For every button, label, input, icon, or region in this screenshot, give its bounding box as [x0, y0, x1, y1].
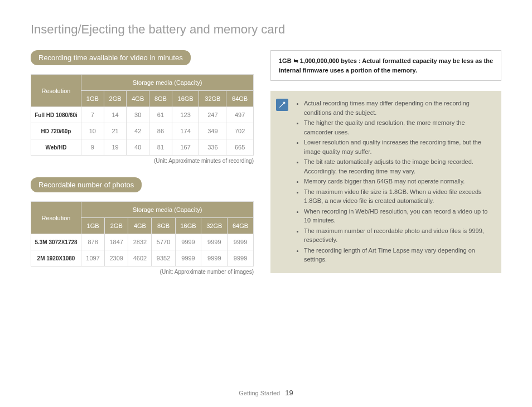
col-header: 64GB — [228, 218, 254, 234]
notes-list: Actual recording times may differ depend… — [294, 99, 494, 265]
note-item: The maximum number of recordable photo a… — [304, 226, 494, 245]
section1-heading: Recording time available for video in mi… — [31, 50, 191, 65]
row-label: 5.3M 3072X1728 — [31, 234, 81, 250]
right-column: 1GB ≒ 1,000,000,000 bytes : Actual forma… — [270, 50, 501, 288]
data-cell: 336 — [199, 139, 226, 156]
note-box: Actual recording times may differ depend… — [270, 91, 501, 273]
data-cell: 30 — [127, 107, 149, 123]
table-row: 5.3M 3072X172887818472832577099999999999… — [31, 234, 254, 250]
data-cell: 9 — [81, 139, 104, 156]
row-label: 2M 1920X1080 — [31, 250, 81, 267]
col-header: 16GB — [175, 218, 201, 234]
col-header: 1GB — [81, 91, 104, 107]
col-header: 8GB — [149, 91, 172, 107]
data-cell: 81 — [149, 139, 172, 156]
page-footer: Getting Started 19 — [0, 389, 532, 397]
th-capacity: Storage media (Capacity) — [81, 202, 254, 218]
data-cell: 9352 — [152, 250, 175, 267]
photo-count-table: Resolution Storage media (Capacity) 1GB2… — [31, 201, 254, 267]
col-header: 2GB — [105, 218, 128, 234]
table-row: HD 720/60p10214286174349702 — [31, 123, 254, 139]
note-item: The bit rate automatically adjusts to th… — [304, 157, 494, 176]
table-row: 2M 1920X10801097230946029352999999999999 — [31, 250, 254, 267]
info-box: 1GB ≒ 1,000,000,000 bytes : Actual forma… — [270, 50, 501, 81]
data-cell: 10 — [81, 123, 104, 139]
data-cell: 42 — [127, 123, 149, 139]
note-item: The recording length of Art Time Lapse m… — [304, 246, 494, 264]
data-cell: 86 — [149, 123, 172, 139]
col-header: 4GB — [128, 218, 152, 234]
data-cell: 9999 — [201, 250, 228, 267]
note-icon — [276, 99, 288, 111]
data-cell: 2309 — [105, 250, 128, 267]
data-cell: 19 — [104, 139, 127, 156]
data-cell: 40 — [127, 139, 149, 156]
data-cell: 167 — [172, 139, 199, 156]
data-cell: 349 — [199, 123, 226, 139]
note-item: The higher the quality and resolution, t… — [304, 118, 494, 137]
data-cell: 14 — [104, 107, 127, 123]
section1-unit: (Unit: Approximate minutes of recording) — [31, 158, 254, 164]
row-label: HD 720/60p — [31, 123, 81, 139]
page-number: 19 — [285, 389, 293, 397]
col-header: 32GB — [199, 91, 226, 107]
data-cell: 9999 — [175, 250, 201, 267]
page-title: Inserting/Ejecting the battery and memor… — [31, 22, 501, 37]
data-cell: 247 — [199, 107, 226, 123]
data-cell: 123 — [172, 107, 199, 123]
th-resolution: Resolution — [31, 202, 81, 234]
data-cell: 5770 — [152, 234, 175, 250]
col-header: 1GB — [81, 218, 105, 234]
content-area: Recording time available for video in mi… — [31, 50, 501, 288]
col-header: 4GB — [127, 91, 149, 107]
th-capacity: Storage media (Capacity) — [81, 75, 254, 91]
row-label: Web/HD — [31, 139, 81, 156]
data-cell: 9999 — [201, 234, 228, 250]
col-header: 2GB — [104, 91, 127, 107]
th-resolution: Resolution — [31, 75, 81, 107]
data-cell: 2832 — [128, 234, 152, 250]
footer-section: Getting Started — [239, 390, 280, 396]
row-label: Full HD 1080/60i — [31, 107, 81, 123]
table-row: Web/HD9194081167336665 — [31, 139, 254, 156]
data-cell: 1847 — [105, 234, 128, 250]
data-cell: 878 — [81, 234, 105, 250]
data-cell: 665 — [226, 139, 254, 156]
col-header: 32GB — [201, 218, 228, 234]
data-cell: 7 — [81, 107, 104, 123]
data-cell: 4602 — [128, 250, 152, 267]
col-header: 64GB — [226, 91, 254, 107]
data-cell: 702 — [226, 123, 254, 139]
col-header: 8GB — [152, 218, 175, 234]
data-cell: 61 — [149, 107, 172, 123]
section2-heading: Recordable number of photos — [31, 177, 142, 192]
table-row: Full HD 1080/60i7143061123247497 — [31, 107, 254, 123]
col-header: 16GB — [172, 91, 199, 107]
data-cell: 497 — [226, 107, 254, 123]
note-item: Actual recording times may differ depend… — [304, 99, 494, 117]
note-item: Memory cards bigger than 64GB may not op… — [304, 177, 494, 186]
data-cell: 174 — [172, 123, 199, 139]
note-item: The maximum video file size is 1.8GB. Wh… — [304, 187, 494, 206]
data-cell: 9999 — [228, 250, 254, 267]
data-cell: 9999 — [175, 234, 201, 250]
left-column: Recording time available for video in mi… — [31, 50, 254, 288]
note-item: When recording in Web/HD resolution, you… — [304, 207, 494, 225]
data-cell: 21 — [104, 123, 127, 139]
video-time-table: Resolution Storage media (Capacity) 1GB2… — [31, 74, 254, 156]
data-cell: 1097 — [81, 250, 105, 267]
section2-unit: (Unit: Approximate number of images) — [31, 269, 254, 275]
data-cell: 9999 — [228, 234, 254, 250]
note-item: Lower resolution and quality increases t… — [304, 138, 494, 156]
